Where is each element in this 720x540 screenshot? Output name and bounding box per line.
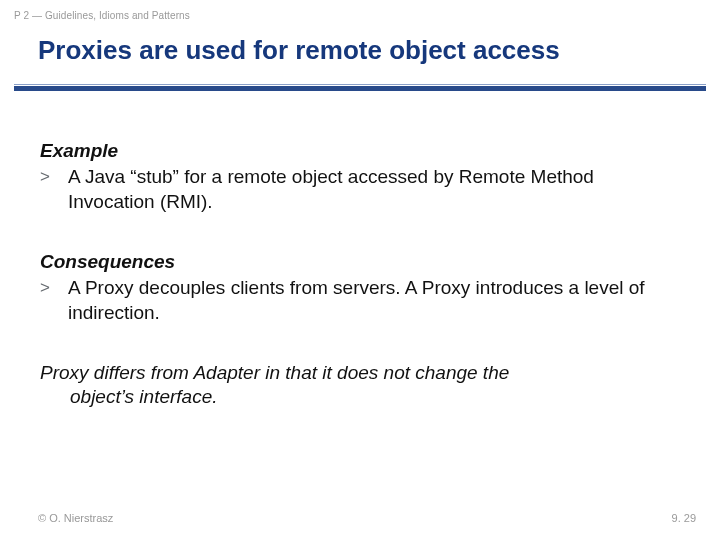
slide-body: Example > A Java “stub” for a remote obj… bbox=[0, 91, 720, 410]
bullet-marker: > bbox=[40, 165, 68, 214]
example-bullet: > A Java “stub” for a remote object acce… bbox=[40, 165, 680, 214]
bullet-marker: > bbox=[40, 276, 68, 325]
consequences-bullet: > A Proxy decouples clients from servers… bbox=[40, 276, 680, 325]
closing-line-1: Proxy differs from Adapter in that it do… bbox=[40, 361, 680, 385]
example-text: A Java “stub” for a remote object access… bbox=[68, 165, 680, 214]
page-number: 9. 29 bbox=[672, 512, 696, 524]
breadcrumb: P 2 — Guidelines, Idioms and Patterns bbox=[0, 0, 720, 21]
title-underline bbox=[14, 84, 706, 91]
footer: © O. Nierstrasz 9. 29 bbox=[0, 512, 720, 524]
example-heading: Example bbox=[40, 139, 680, 163]
closing-note: Proxy differs from Adapter in that it do… bbox=[40, 361, 680, 410]
copyright: © O. Nierstrasz bbox=[38, 512, 113, 524]
closing-line-2: object’s interface. bbox=[40, 385, 680, 409]
consequences-heading: Consequences bbox=[40, 250, 680, 274]
page-title: Proxies are used for remote object acces… bbox=[0, 21, 720, 84]
consequences-text: A Proxy decouples clients from servers. … bbox=[68, 276, 680, 325]
